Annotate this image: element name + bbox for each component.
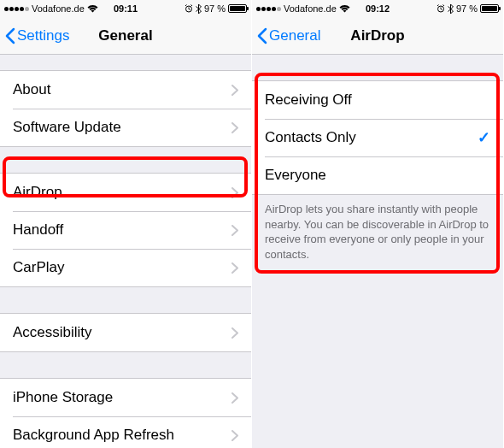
option-label: Contacts Only xyxy=(265,129,478,146)
nav-title: AirDrop xyxy=(350,27,404,44)
wifi-icon xyxy=(339,5,350,13)
battery-icon xyxy=(480,4,499,13)
chevron-right-icon xyxy=(231,392,238,404)
battery-icon xyxy=(228,4,247,13)
row-label: Handoff xyxy=(13,221,231,239)
chevron-right-icon xyxy=(231,262,238,274)
status-time: 09:11 xyxy=(114,3,138,14)
row-label: iPhone Storage xyxy=(13,389,231,406)
row-label: AirDrop xyxy=(13,184,231,201)
option-receiving-off[interactable]: Receiving Off xyxy=(252,81,503,119)
row-label: Software Update xyxy=(13,119,231,136)
airdrop-footer-text: AirDrop lets you share instantly with pe… xyxy=(252,195,503,268)
alarm-icon xyxy=(185,4,193,13)
screen-airdrop: Vodafone.de 09:12 97 % General AirDrop R… xyxy=(252,0,504,448)
screen-general: Vodafone.de 09:11 97 % Settings General … xyxy=(0,0,252,448)
row-carplay[interactable]: CarPlay xyxy=(0,249,251,286)
back-button[interactable]: Settings xyxy=(5,27,69,44)
back-label: Settings xyxy=(17,27,69,44)
chevron-right-icon xyxy=(231,122,238,133)
chevron-right-icon xyxy=(231,327,238,339)
alarm-icon xyxy=(437,4,445,13)
signal-icon xyxy=(256,7,281,11)
chevron-left-icon xyxy=(257,27,267,44)
chevron-right-icon xyxy=(231,85,238,96)
status-bar: Vodafone.de 09:11 97 % xyxy=(0,0,251,17)
nav-bar: General AirDrop xyxy=(252,17,503,55)
status-time: 09:12 xyxy=(366,3,390,14)
row-software-update[interactable]: Software Update xyxy=(0,109,251,146)
chevron-right-icon xyxy=(231,225,238,236)
option-label: Everyone xyxy=(265,167,490,184)
signal-icon xyxy=(4,7,29,11)
checkmark-icon: ✓ xyxy=(478,128,490,147)
chevron-left-icon xyxy=(5,27,15,44)
back-button[interactable]: General xyxy=(257,27,320,44)
nav-bar: Settings General xyxy=(0,17,251,55)
nav-title: General xyxy=(98,27,152,44)
status-bar: Vodafone.de 09:12 97 % xyxy=(252,0,503,17)
row-label: CarPlay xyxy=(13,259,231,276)
option-everyone[interactable]: Everyone xyxy=(252,156,503,194)
option-contacts-only[interactable]: Contacts Only ✓ xyxy=(252,119,503,156)
battery-pct: 97 % xyxy=(456,3,478,14)
content: Receiving Off Contacts Only ✓ Everyone A… xyxy=(252,55,503,448)
bluetooth-icon xyxy=(448,4,454,14)
row-handoff[interactable]: Handoff xyxy=(0,211,251,249)
bluetooth-icon xyxy=(196,4,202,14)
content: About Software Update AirDrop Handoff Ca… xyxy=(0,55,251,448)
row-background-refresh[interactable]: Background App Refresh xyxy=(0,416,251,448)
row-label: About xyxy=(13,81,231,98)
row-iphone-storage[interactable]: iPhone Storage xyxy=(0,379,251,416)
option-label: Receiving Off xyxy=(265,91,490,109)
chevron-right-icon xyxy=(231,187,238,198)
carrier-label: Vodafone.de xyxy=(32,3,85,14)
back-label: General xyxy=(269,27,320,44)
wifi-icon xyxy=(87,5,98,13)
row-accessibility[interactable]: Accessibility xyxy=(0,314,251,351)
row-label: Accessibility xyxy=(13,324,231,341)
battery-pct: 97 % xyxy=(204,3,226,14)
chevron-right-icon xyxy=(231,430,238,441)
row-airdrop[interactable]: AirDrop xyxy=(0,174,251,211)
row-about[interactable]: About xyxy=(0,71,251,109)
row-label: Background App Refresh xyxy=(13,427,231,444)
carrier-label: Vodafone.de xyxy=(284,3,337,14)
